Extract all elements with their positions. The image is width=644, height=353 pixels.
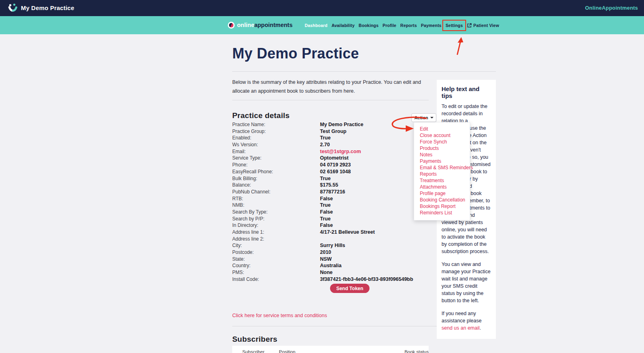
detail-label: In Directory: bbox=[232, 222, 320, 228]
detail-label: Ws Version: bbox=[232, 142, 320, 147]
main-nav-bar: onlineappointments Dashboard bbox=[0, 16, 644, 34]
page: My Demo Practice OnlineAppointments onli… bbox=[0, 0, 644, 353]
practice-smiley-logo-icon bbox=[8, 3, 18, 12]
detail-row: Address line 1: 4/17-21 Bellevue Street bbox=[232, 229, 429, 236]
detail-row: Address line 2: bbox=[232, 236, 429, 243]
intro-text: Below is the summary of the key attribut… bbox=[232, 78, 433, 96]
top-bar-practice-title: My Demo Practice bbox=[21, 4, 74, 11]
subscribers-table-header: Subscriber Position Book status bbox=[232, 346, 429, 353]
detail-label: Bulk Billing: bbox=[232, 176, 320, 181]
subscribers-table: Subscriber Position Book status bbox=[232, 346, 429, 353]
detail-row: Service Type: Optometrist bbox=[232, 155, 429, 162]
action-menu-item[interactable]: Close account bbox=[414, 132, 470, 139]
detail-label: Address line 2: bbox=[232, 236, 320, 242]
send-email-link[interactable]: send us an email bbox=[442, 325, 480, 331]
detail-row: Phone: 04 0719 2923 bbox=[232, 162, 429, 169]
practice-details-heading: Practice details bbox=[232, 111, 290, 120]
detail-row: PubNub Channel: 877877216 bbox=[232, 189, 429, 196]
detail-value: False bbox=[320, 209, 333, 215]
detail-label: State: bbox=[232, 256, 320, 262]
detail-row: Balance: $175.55 bbox=[232, 182, 429, 189]
detail-value: Optometrist bbox=[320, 155, 349, 161]
nav-item[interactable]: Payments bbox=[421, 23, 442, 28]
detail-value: None bbox=[320, 270, 332, 275]
detail-row: NMB: True bbox=[232, 202, 429, 209]
detail-label: Postcode: bbox=[232, 249, 320, 255]
detail-value: Australia bbox=[320, 263, 342, 268]
action-menu-item[interactable]: Payments bbox=[414, 158, 470, 164]
assist-text-suffix: . bbox=[480, 325, 481, 331]
detail-label: EasyRecall Phone: bbox=[232, 169, 320, 174]
detail-value: 02 6169 1048 bbox=[320, 169, 351, 174]
action-menu-item[interactable]: Force Synch bbox=[414, 139, 470, 145]
detail-label: Practice Group: bbox=[232, 129, 320, 134]
detail-label: Install Code: bbox=[232, 276, 320, 282]
nav-item[interactable]: Patient View bbox=[467, 23, 499, 28]
detail-row: RTB: False bbox=[232, 196, 429, 203]
nav-item[interactable]: Availability bbox=[332, 23, 355, 28]
nav-item[interactable]: Bookings bbox=[359, 23, 378, 28]
detail-value: True bbox=[320, 135, 330, 141]
practice-details-list: Practice Name: My Demo Practice Practice… bbox=[232, 122, 429, 283]
detail-label: Address line 1: bbox=[232, 229, 320, 235]
help-panel-title: Help text and tips bbox=[442, 85, 491, 99]
detail-row: EasyRecall Phone: 02 6169 1048 bbox=[232, 169, 429, 176]
detail-value: False bbox=[320, 222, 333, 228]
detail-value: True bbox=[320, 176, 330, 181]
action-menu-item[interactable]: Attachments bbox=[414, 184, 470, 190]
brand-online-text: online bbox=[237, 22, 254, 28]
annotation-arrow-to-settings-icon bbox=[453, 36, 466, 56]
action-menu-item[interactable]: Email & SMS Reminders bbox=[414, 164, 470, 171]
page-title: My Demo Practice bbox=[232, 45, 359, 62]
terms-and-conditions-link[interactable]: Click here for service terms and conditi… bbox=[232, 313, 327, 318]
detail-value: My Demo Practice bbox=[320, 122, 363, 127]
detail-label: RTB: bbox=[232, 196, 320, 201]
detail-value: True bbox=[320, 216, 330, 222]
action-menu-item[interactable]: Booking Cancellation bbox=[414, 197, 470, 203]
action-menu-item[interactable]: Profile page bbox=[414, 190, 470, 197]
detail-value: Surry Hills bbox=[320, 243, 345, 248]
top-bar-brand-link[interactable]: OnlineAppointments bbox=[585, 5, 638, 11]
action-menu-item[interactable]: Reminders List bbox=[414, 210, 470, 216]
detail-row: Country: Australia bbox=[232, 263, 429, 270]
detail-value: 3f387421-fbb3-4e06-bf33-893f096549bb bbox=[320, 276, 413, 282]
nav-item[interactable]: Settings bbox=[446, 23, 463, 28]
chevron-down-icon bbox=[430, 117, 433, 118]
send-token-button[interactable]: Send Token bbox=[330, 284, 369, 293]
detail-value: 2.70 bbox=[320, 142, 330, 147]
action-menu-item[interactable]: Treatments bbox=[414, 177, 470, 184]
nav-item[interactable]: Reports bbox=[400, 23, 417, 28]
detail-row: City: Surry Hills bbox=[232, 243, 429, 249]
assist-text: If you need any assistance please bbox=[442, 311, 481, 324]
nav-item[interactable]: Profile bbox=[383, 23, 396, 28]
detail-value: Test Group bbox=[320, 129, 347, 134]
onlineappointments-logo: onlineappointments bbox=[228, 21, 293, 29]
detail-value: False bbox=[320, 196, 333, 201]
detail-label: Enabled: bbox=[232, 135, 320, 141]
detail-label: PMS: bbox=[232, 270, 320, 275]
detail-row: Email: test@1stgrp.com bbox=[232, 149, 429, 156]
action-menu-item[interactable]: Reports bbox=[414, 171, 470, 177]
help-paragraph: If you need any assistance please send u… bbox=[442, 310, 491, 332]
action-dropdown-menu: Edit Close account Force Synch Products … bbox=[414, 122, 470, 220]
detail-value: 877877216 bbox=[320, 189, 345, 195]
nav-menu: Dashboard Availability bbox=[305, 16, 499, 34]
detail-label: Practice Name: bbox=[232, 122, 320, 127]
nav-item[interactable]: Dashboard bbox=[305, 23, 328, 28]
action-menu-item[interactable]: Notes bbox=[414, 152, 470, 158]
detail-label: Country: bbox=[232, 263, 320, 268]
detail-value[interactable]: test@1stgrp.com bbox=[320, 149, 361, 154]
detail-row: Search By Type: False bbox=[232, 209, 429, 216]
action-menu-item[interactable]: Bookings Report bbox=[414, 203, 470, 210]
detail-row: State: NSW bbox=[232, 256, 429, 263]
top-bar: My Demo Practice OnlineAppointments bbox=[0, 0, 644, 16]
detail-row: Ws Version: 2.70 bbox=[232, 142, 429, 149]
detail-value: NSW bbox=[320, 256, 332, 262]
detail-row: Postcode: 2010 bbox=[232, 249, 429, 256]
detail-row: Install Code: 3f387421-fbb3-4e06-bf33-89… bbox=[232, 276, 429, 283]
detail-label: City: bbox=[232, 243, 320, 248]
detail-value: 4/17-21 Bellevue Street bbox=[320, 229, 375, 235]
action-menu-item[interactable]: Products bbox=[414, 145, 470, 152]
subscribers-column-header: Book status bbox=[405, 349, 429, 353]
detail-label: Phone: bbox=[232, 162, 320, 168]
